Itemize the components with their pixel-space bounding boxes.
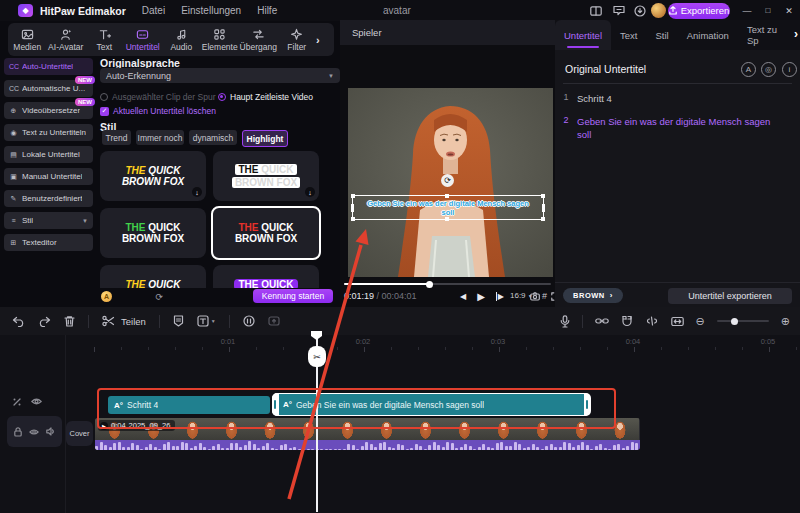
video-preview[interactable]: Geben Sie ein was der digitale Mensch sa… [348,88,553,277]
font-style-button[interactable]: BROWN› [563,288,623,303]
tab-uebergang[interactable]: Übergang [239,23,278,56]
prev-frame-icon[interactable]: ◀ [460,292,466,301]
tab-audio[interactable]: Audio [162,23,201,56]
resize-handle[interactable] [541,217,545,221]
delete-icon[interactable] [64,315,75,327]
grid-icon[interactable]: # [542,291,547,301]
microphone-icon[interactable] [560,315,570,328]
tab-untertitel[interactable]: Untertitel [124,23,163,56]
download-icon[interactable] [632,3,648,18]
mute-icon[interactable] [46,427,55,436]
playhead-cut-button[interactable]: ✂ [308,346,326,367]
close-button[interactable]: ✕ [779,0,799,21]
subtitle-row-2[interactable]: 2 Geben Sie ein was der digitale Mensch … [555,115,800,141]
delete-subtitle-checkbox[interactable]: ✓ Aktuellen Untertitel löschen [100,106,216,116]
resize-handle[interactable] [541,194,545,198]
track-effect-icon[interactable] [12,397,22,407]
speed-icon[interactable] [243,315,255,327]
seekbar-knob[interactable] [426,281,433,288]
tab-animation[interactable]: Animation [678,20,738,50]
tabs-expand-chevron[interactable]: › [794,27,798,41]
tab-medien[interactable]: Medien [8,23,47,56]
lock-icon[interactable] [14,427,22,437]
resize-handle[interactable] [542,204,545,212]
visibility-icon[interactable] [29,428,39,436]
style-card-whitebox[interactable]: THE QUICK BROWN FOX ↓ [213,151,319,201]
zoom-knob[interactable] [731,318,738,325]
style-card-clipped-2[interactable]: THE QUICK BROWN FOX [213,265,319,288]
player-seekbar[interactable] [344,283,551,285]
export-button[interactable]: Exportieren [668,3,730,19]
sidebar-item-manual-untertitel[interactable]: ▣ Manual Untertitel [4,168,93,185]
tab-stil-detail[interactable]: Stil [646,20,677,50]
style-card-red-selected[interactable]: THE QUICK BROWN FOX [211,206,321,260]
zoom-in-icon[interactable]: ⊕ [781,315,790,328]
sidebar-item-stil[interactable]: ≡ Stil ▼ [4,212,93,229]
filter-chip-immer-noch[interactable]: Immer noch [136,130,184,145]
resize-handle[interactable] [351,217,355,221]
split-label[interactable]: Teilen [121,316,146,327]
menu-hilfe[interactable]: Hilfe [257,5,277,16]
sidebar-item-text-zu-untertiteln[interactable]: ◉ Text zu Untertiteln [4,124,93,141]
rotate-handle-icon[interactable]: ⟳ [441,174,454,187]
sidebar-item-texteditor[interactable]: ⊞ Texteditor [4,234,93,251]
freeze-frame-icon[interactable] [268,315,280,327]
minimize-button[interactable]: — [737,0,757,21]
layout-icon[interactable] [588,3,604,18]
timeline-zoom-slider[interactable] [717,320,769,322]
resize-handle[interactable] [445,194,449,198]
style-card-clipped-1[interactable]: THE QUICK BROWN FOX [100,265,206,288]
refresh-icon[interactable]: ⟳ [155,292,163,302]
sidebar-item-automatische[interactable]: CC Automatische U... NEW [4,80,93,97]
redo-icon[interactable] [38,316,51,327]
sidebar-item-lokale-untertitel[interactable]: ▤ Lokale Untertitel [4,146,93,163]
resize-handle[interactable] [351,204,354,212]
filter-chip-trend[interactable]: Trend [102,130,131,145]
text-tool-dropdown[interactable]: ▼ [197,315,216,327]
menu-einstellungen[interactable]: Einstellungen [181,5,241,16]
tab-text-zu-sprache[interactable]: Text zu Sp [738,20,800,50]
subtitle-row-1[interactable]: 1 Schritt 4 [555,92,800,105]
tab-ai-avatar[interactable]: AI-Avatar [47,23,86,56]
sidebar-item-videouebersetzer[interactable]: ⊕ Videoübersetzer NEW [4,102,93,119]
playhead-flag[interactable] [311,331,322,340]
menu-datei[interactable]: Datei [142,5,165,16]
style-card-yellow[interactable]: THE QUICK BROWN FOX ↓ [100,151,206,201]
tab-text[interactable]: Text [85,23,124,56]
radio-main-timeline[interactable]: Haupt Zeitleiste Video [218,92,313,102]
unlink-icon[interactable] [645,316,659,326]
cover-button[interactable]: Cover [66,421,93,446]
tab-elemente[interactable]: Elemente [201,23,240,56]
marker-badge-icon[interactable] [173,315,184,327]
subtitle-overlay-box[interactable]: Geben Sie ein was der digitale Mensch sa… [352,195,544,220]
tab-text-detail[interactable]: Text [611,20,646,50]
toolbar-expand-chevron[interactable]: › [316,34,330,46]
split-scissors-icon[interactable] [102,315,115,327]
filter-chip-highlight[interactable]: Highlight [242,130,288,147]
snapshot-icon[interactable] [530,292,540,301]
start-recognition-button[interactable]: Kennung starten [253,289,333,303]
radio-selected-clip[interactable]: Ausgewählter Clip der Spur [100,92,215,102]
fit-timeline-icon[interactable] [671,316,684,327]
tab-filter[interactable]: Filter [278,23,317,56]
style-card-green[interactable]: THE QUICK BROWN FOX [100,208,206,258]
target-settings-icon[interactable]: ◎ [761,62,776,77]
magnet-icon[interactable] [621,315,633,327]
language-select[interactable]: Auto-Erkennung ▼ [100,68,340,83]
user-avatar[interactable] [651,3,666,18]
zoom-out-icon[interactable]: ⊖ [696,315,705,328]
sidebar-item-benutzerdefiniert[interactable]: ✎ Benutzerdefiniert [4,190,93,207]
feedback-icon[interactable] [611,3,627,18]
next-frame-icon[interactable]: ▶ [496,292,504,301]
maximize-button[interactable]: □ [758,0,778,21]
undo-icon[interactable] [12,316,25,327]
resize-handle[interactable] [351,194,355,198]
tab-untertitel-detail[interactable]: Untertitel [555,20,611,50]
track-visibility-icon[interactable] [31,397,42,406]
export-subtitles-button[interactable]: Untertitel exportieren [668,288,792,304]
play-icon[interactable]: ▶ [477,291,485,302]
resize-handle[interactable] [445,217,449,221]
filter-chip-dynamisch[interactable]: dynamisch [189,130,237,145]
sidebar-item-auto-untertitel[interactable]: CC Auto-Untertitel [4,58,93,75]
info-icon[interactable]: i [782,62,797,77]
